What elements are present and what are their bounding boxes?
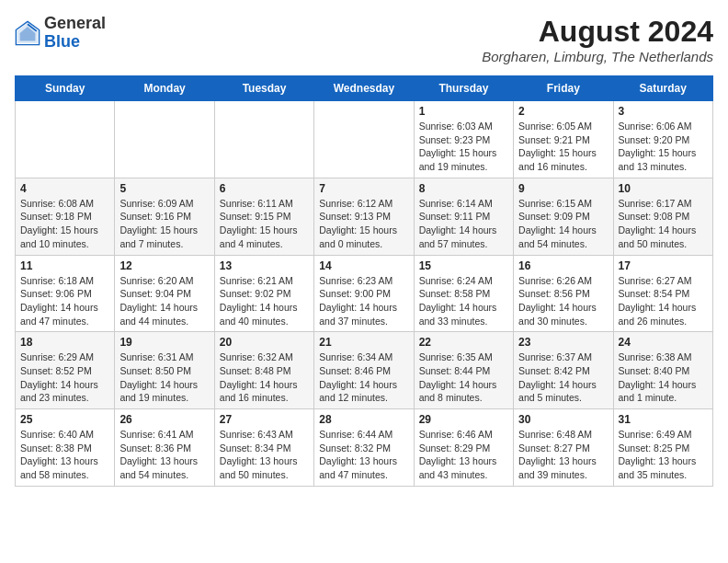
day-number: 18 (20, 336, 109, 349)
day-number: 1 (419, 105, 508, 118)
calendar-day-cell: 26Sunrise: 6:41 AM Sunset: 8:36 PM Dayli… (115, 409, 214, 487)
day-number: 22 (419, 336, 508, 349)
day-number: 13 (220, 259, 309, 272)
day-info: Sunrise: 6:29 AM Sunset: 8:52 PM Dayligh… (20, 350, 109, 405)
logo-icon (15, 20, 40, 46)
day-number: 26 (119, 413, 209, 426)
calendar-day-cell: 16Sunrise: 6:26 AM Sunset: 8:56 PM Dayli… (514, 255, 613, 332)
calendar-day-header: Wednesday (314, 76, 414, 101)
day-number: 12 (119, 259, 209, 272)
calendar-day-cell (16, 101, 115, 178)
month-year-title: August 2024 (482, 15, 713, 49)
calendar-day-cell: 20Sunrise: 6:32 AM Sunset: 8:48 PM Dayli… (214, 332, 313, 409)
day-number: 9 (518, 182, 608, 195)
day-number: 29 (419, 413, 508, 426)
calendar-day-cell: 23Sunrise: 6:37 AM Sunset: 8:42 PM Dayli… (514, 332, 613, 409)
day-number: 8 (419, 182, 508, 195)
day-number: 19 (119, 336, 209, 349)
calendar-day-cell: 19Sunrise: 6:31 AM Sunset: 8:50 PM Dayli… (115, 332, 214, 409)
day-number: 15 (419, 259, 508, 272)
title-area: August 2024 Borgharen, Limburg, The Neth… (482, 15, 713, 64)
day-info: Sunrise: 6:08 AM Sunset: 9:18 PM Dayligh… (20, 197, 109, 251)
day-info: Sunrise: 6:27 AM Sunset: 8:54 PM Dayligh… (619, 274, 708, 328)
calendar-day-cell: 24Sunrise: 6:38 AM Sunset: 8:40 PM Dayli… (613, 332, 712, 409)
day-number: 10 (619, 182, 708, 195)
calendar-week-row: 1Sunrise: 6:03 AM Sunset: 9:23 PM Daylig… (16, 101, 713, 178)
day-number: 11 (20, 259, 109, 272)
day-info: Sunrise: 6:21 AM Sunset: 9:02 PM Dayligh… (220, 274, 309, 328)
day-info: Sunrise: 6:14 AM Sunset: 9:11 PM Dayligh… (419, 197, 508, 251)
calendar-day-cell: 12Sunrise: 6:20 AM Sunset: 9:04 PM Dayli… (115, 255, 214, 332)
calendar-day-cell: 7Sunrise: 6:12 AM Sunset: 9:13 PM Daylig… (314, 178, 414, 255)
day-info: Sunrise: 6:26 AM Sunset: 8:56 PM Dayligh… (518, 274, 608, 328)
day-number: 24 (619, 336, 708, 349)
calendar-day-cell: 3Sunrise: 6:06 AM Sunset: 9:20 PM Daylig… (613, 101, 712, 178)
day-info: Sunrise: 6:05 AM Sunset: 9:21 PM Dayligh… (518, 120, 608, 174)
day-info: Sunrise: 6:23 AM Sunset: 9:00 PM Dayligh… (319, 274, 408, 328)
calendar-day-cell: 1Sunrise: 6:03 AM Sunset: 9:23 PM Daylig… (414, 101, 513, 178)
day-info: Sunrise: 6:06 AM Sunset: 9:20 PM Dayligh… (619, 120, 708, 174)
calendar-day-cell: 9Sunrise: 6:15 AM Sunset: 9:09 PM Daylig… (514, 178, 613, 255)
calendar-day-cell: 6Sunrise: 6:11 AM Sunset: 9:15 PM Daylig… (214, 178, 313, 255)
calendar-day-cell: 2Sunrise: 6:05 AM Sunset: 9:21 PM Daylig… (514, 101, 613, 178)
day-info: Sunrise: 6:41 AM Sunset: 8:36 PM Dayligh… (119, 428, 209, 482)
day-info: Sunrise: 6:43 AM Sunset: 8:34 PM Dayligh… (220, 428, 309, 482)
day-number: 2 (518, 105, 608, 118)
day-info: Sunrise: 6:17 AM Sunset: 9:08 PM Dayligh… (619, 197, 708, 251)
day-info: Sunrise: 6:09 AM Sunset: 9:16 PM Dayligh… (119, 197, 209, 251)
day-info: Sunrise: 6:35 AM Sunset: 8:44 PM Dayligh… (419, 350, 508, 405)
calendar-day-cell: 29Sunrise: 6:46 AM Sunset: 8:29 PM Dayli… (414, 409, 513, 487)
day-info: Sunrise: 6:18 AM Sunset: 9:06 PM Dayligh… (20, 274, 109, 328)
calendar-day-header: Saturday (613, 76, 712, 101)
calendar-day-header: Thursday (414, 76, 513, 101)
calendar-day-cell: 17Sunrise: 6:27 AM Sunset: 8:54 PM Dayli… (613, 255, 712, 332)
calendar-day-cell: 31Sunrise: 6:49 AM Sunset: 8:25 PM Dayli… (613, 409, 712, 487)
calendar-day-cell: 22Sunrise: 6:35 AM Sunset: 8:44 PM Dayli… (414, 332, 513, 409)
day-info: Sunrise: 6:20 AM Sunset: 9:04 PM Dayligh… (119, 274, 209, 328)
day-number: 17 (619, 259, 708, 272)
calendar-day-cell: 25Sunrise: 6:40 AM Sunset: 8:38 PM Dayli… (16, 409, 115, 487)
day-number: 25 (20, 413, 109, 426)
day-info: Sunrise: 6:12 AM Sunset: 9:13 PM Dayligh… (319, 197, 408, 251)
calendar-day-cell (115, 101, 214, 178)
calendar-day-header: Sunday (16, 76, 115, 101)
day-info: Sunrise: 6:34 AM Sunset: 8:46 PM Dayligh… (319, 350, 408, 405)
calendar-day-header: Monday (115, 76, 214, 101)
day-info: Sunrise: 6:40 AM Sunset: 8:38 PM Dayligh… (20, 428, 109, 482)
calendar-day-cell: 14Sunrise: 6:23 AM Sunset: 9:00 PM Dayli… (314, 255, 414, 332)
calendar-day-cell: 18Sunrise: 6:29 AM Sunset: 8:52 PM Dayli… (16, 332, 115, 409)
calendar-day-cell: 10Sunrise: 6:17 AM Sunset: 9:08 PM Dayli… (613, 178, 712, 255)
day-number: 5 (119, 182, 209, 195)
day-info: Sunrise: 6:37 AM Sunset: 8:42 PM Dayligh… (518, 350, 608, 405)
calendar-day-cell: 13Sunrise: 6:21 AM Sunset: 9:02 PM Dayli… (214, 255, 313, 332)
day-number: 16 (518, 259, 608, 272)
day-info: Sunrise: 6:44 AM Sunset: 8:32 PM Dayligh… (319, 428, 408, 482)
logo-text: General Blue (44, 15, 106, 52)
location-subtitle: Borgharen, Limburg, The Netherlands (482, 49, 713, 64)
calendar-day-cell: 21Sunrise: 6:34 AM Sunset: 8:46 PM Dayli… (314, 332, 414, 409)
calendar-week-row: 11Sunrise: 6:18 AM Sunset: 9:06 PM Dayli… (16, 255, 713, 332)
logo: General Blue (15, 15, 106, 52)
day-number: 3 (619, 105, 708, 118)
day-number: 27 (220, 413, 309, 426)
calendar-table: SundayMondayTuesdayWednesdayThursdayFrid… (15, 75, 713, 487)
day-info: Sunrise: 6:38 AM Sunset: 8:40 PM Dayligh… (619, 350, 708, 405)
calendar-day-header: Friday (514, 76, 613, 101)
day-number: 4 (20, 182, 109, 195)
calendar-day-cell: 28Sunrise: 6:44 AM Sunset: 8:32 PM Dayli… (314, 409, 414, 487)
calendar-day-cell: 4Sunrise: 6:08 AM Sunset: 9:18 PM Daylig… (16, 178, 115, 255)
day-info: Sunrise: 6:15 AM Sunset: 9:09 PM Dayligh… (518, 197, 608, 251)
calendar-day-cell: 27Sunrise: 6:43 AM Sunset: 8:34 PM Dayli… (214, 409, 313, 487)
page-header: General Blue August 2024 Borgharen, Limb… (15, 15, 713, 64)
day-number: 6 (220, 182, 309, 195)
calendar-day-header: Tuesday (214, 76, 313, 101)
calendar-day-cell: 5Sunrise: 6:09 AM Sunset: 9:16 PM Daylig… (115, 178, 214, 255)
calendar-header-row: SundayMondayTuesdayWednesdayThursdayFrid… (16, 76, 713, 101)
day-number: 31 (619, 413, 708, 426)
day-number: 30 (518, 413, 608, 426)
calendar-day-cell (314, 101, 414, 178)
calendar-day-cell: 8Sunrise: 6:14 AM Sunset: 9:11 PM Daylig… (414, 178, 513, 255)
day-number: 23 (518, 336, 608, 349)
calendar-day-cell: 15Sunrise: 6:24 AM Sunset: 8:58 PM Dayli… (414, 255, 513, 332)
day-info: Sunrise: 6:48 AM Sunset: 8:27 PM Dayligh… (518, 428, 608, 482)
